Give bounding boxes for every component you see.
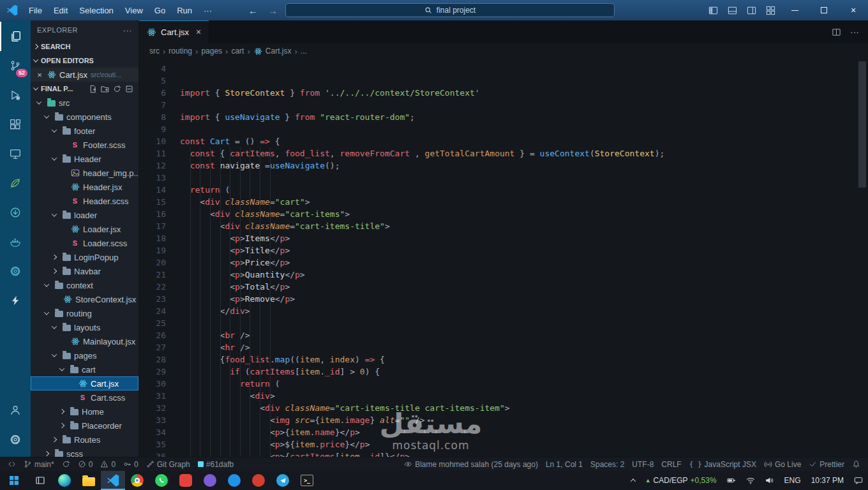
start-button[interactable] — [0, 471, 28, 490]
menu-more[interactable]: ··· — [198, 0, 218, 20]
tree-item-placeorder[interactable]: Placeorder — [31, 419, 138, 433]
status-cursor-position[interactable]: Ln 1, Col 1 — [542, 457, 587, 471]
taskbar-task-view[interactable] — [28, 471, 52, 490]
tree-item-loader-scss[interactable]: SLoader.scss — [31, 236, 138, 250]
status-git-branch[interactable]: main* — [20, 457, 58, 471]
status-remote-indicator[interactable] — [4, 457, 20, 471]
breadcrumb-routing[interactable]: routing — [168, 47, 192, 56]
tree-item-storecontext-jsx[interactable]: StoreContext.jsx — [31, 292, 138, 306]
activitybar-docker[interactable] — [0, 227, 31, 256]
status-prettier[interactable]: Prettier — [805, 457, 848, 471]
tree-item-components[interactable]: components — [31, 110, 138, 124]
taskbar-terminal[interactable]: >_ — [295, 471, 319, 490]
activitybar-remote-explorer[interactable] — [0, 139, 31, 168]
tree-item-routes[interactable]: Routes — [31, 433, 138, 447]
new-folder-icon[interactable] — [101, 85, 109, 93]
activitybar-extensions[interactable] — [0, 110, 31, 139]
customize-layout-icon[interactable] — [761, 0, 780, 20]
tree-item-cart[interactable]: cart — [31, 362, 138, 376]
tree-item-cart-scss[interactable]: SCart.scss — [31, 390, 138, 405]
tree-item-footer-scss[interactable]: SFooter.scss — [31, 138, 138, 152]
wifi-icon[interactable] — [741, 471, 760, 490]
tree-item-mainlayout-jsx[interactable]: Mainlayout.jsx — [31, 334, 138, 348]
status-color-value[interactable]: #61dafb — [194, 457, 237, 471]
activitybar-settings-sync[interactable] — [0, 256, 31, 286]
code-editor[interactable]: 456import { StoreContext } from '../../.… — [139, 59, 868, 457]
status-language-mode[interactable]: { }JavaScript JSX — [685, 457, 760, 471]
taskbar-file-explorer[interactable] — [77, 471, 101, 490]
tree-item-header[interactable]: Header — [31, 152, 138, 166]
taskbar-viber[interactable] — [198, 471, 222, 490]
editor-more-actions-icon[interactable]: ··· — [850, 27, 859, 37]
action-center-icon[interactable] — [849, 471, 868, 490]
tree-item-header-jsx[interactable]: Header.jsx — [31, 180, 138, 194]
status-security-count[interactable]: 0 — [119, 457, 142, 471]
breadcrumb-cart[interactable]: cart — [231, 47, 244, 56]
tree-item-header-img-p[interactable]: header_img.p.. — [31, 166, 138, 180]
section-workspace[interactable]: FINAL P... — [31, 82, 138, 96]
taskbar-paint-app[interactable] — [222, 471, 246, 490]
minimize-button[interactable] — [780, 0, 809, 20]
activitybar-explorer[interactable] — [0, 22, 31, 51]
status-eol[interactable]: CRLF — [657, 457, 685, 471]
command-center-search[interactable]: final project — [285, 3, 615, 17]
tree-item-footer[interactable]: footer — [31, 124, 138, 138]
tree-item-context[interactable]: context — [31, 278, 138, 292]
section-search[interactable]: SEARCH — [31, 40, 138, 54]
taskbar-telegram[interactable] — [271, 471, 295, 490]
status-problems-warnings[interactable]: 0 — [96, 457, 119, 471]
explorer-more-actions-icon[interactable]: ··· — [123, 26, 133, 35]
tree-item-src[interactable]: src — [31, 96, 138, 110]
menu-go[interactable]: Go — [149, 0, 171, 20]
battery-icon[interactable] — [722, 471, 741, 490]
taskbar-whatsapp[interactable] — [149, 471, 174, 490]
menu-run[interactable]: Run — [171, 0, 198, 20]
menu-selection[interactable]: Selection — [73, 0, 119, 20]
tree-item-home[interactable]: Home — [31, 405, 138, 419]
menu-edit[interactable]: Edit — [48, 0, 73, 20]
section-open-editors[interactable]: OPEN EDITORS — [31, 54, 138, 68]
maximize-button[interactable] — [809, 0, 839, 20]
activitybar-accounts[interactable] — [0, 396, 31, 425]
status-go-live[interactable]: Go Live — [760, 457, 805, 471]
status-git-sync[interactable] — [58, 457, 74, 471]
refresh-icon[interactable] — [113, 85, 121, 93]
new-file-icon[interactable] — [89, 85, 97, 93]
news-widget[interactable]: ▲ CAD/EGP +0,53% — [640, 471, 722, 490]
tree-item-layouts[interactable]: layouts — [31, 320, 138, 334]
tab-cart-jsx[interactable]: Cart.jsx × — [139, 20, 209, 43]
activitybar-manage[interactable] — [0, 425, 31, 454]
taskbar-photos-app[interactable] — [174, 471, 198, 490]
nav-forward-icon[interactable]: → — [268, 5, 278, 16]
close-button[interactable]: × — [839, 0, 868, 20]
tree-item-routing[interactable]: routing — [31, 306, 138, 320]
split-editor-icon[interactable] — [832, 27, 841, 37]
status-notifications[interactable] — [848, 457, 864, 471]
activitybar-thunder-client[interactable] — [0, 286, 31, 315]
tree-item-navbar[interactable]: Navbar — [31, 264, 138, 278]
toggle-secondary-sidebar-icon[interactable] — [742, 0, 761, 20]
toggle-panel-icon[interactable] — [722, 0, 742, 20]
activitybar-material-theme[interactable] — [0, 168, 31, 198]
language-indicator[interactable]: ENG — [779, 471, 806, 490]
activitybar-live-share[interactable] — [0, 198, 31, 227]
taskbar-vscode[interactable] — [101, 471, 125, 490]
taskbar-installer-app[interactable] — [246, 471, 271, 490]
open-editor-cart-jsx[interactable]: × Cart.jsx src\routi... — [31, 68, 138, 82]
menu-file[interactable]: File — [23, 0, 48, 20]
status-gitlens-blame[interactable]: Blame mohmed salah (25 days ago) — [400, 457, 542, 471]
editor-scrollbar[interactable] — [858, 61, 866, 188]
taskbar-microsoft-edge[interactable] — [52, 471, 77, 490]
status-indentation[interactable]: Spaces: 2 — [587, 457, 628, 471]
tab-close-icon[interactable]: × — [196, 27, 201, 37]
clock[interactable]: 10:37 PM — [806, 471, 849, 490]
close-editor-icon[interactable]: × — [36, 70, 43, 80]
activitybar-run-and-debug[interactable] — [0, 80, 31, 110]
breadcrumb-src[interactable]: src — [149, 47, 160, 56]
tree-item-header-scss[interactable]: SHeader.scss — [31, 194, 138, 208]
activitybar-source-control[interactable]: 52 — [0, 51, 31, 80]
collapse-all-icon[interactable] — [125, 85, 133, 93]
breadcrumb--[interactable]: ... — [301, 47, 307, 56]
tree-item-loginpopup[interactable]: LoginPopup — [31, 250, 138, 264]
tree-item-loader[interactable]: loader — [31, 208, 138, 222]
